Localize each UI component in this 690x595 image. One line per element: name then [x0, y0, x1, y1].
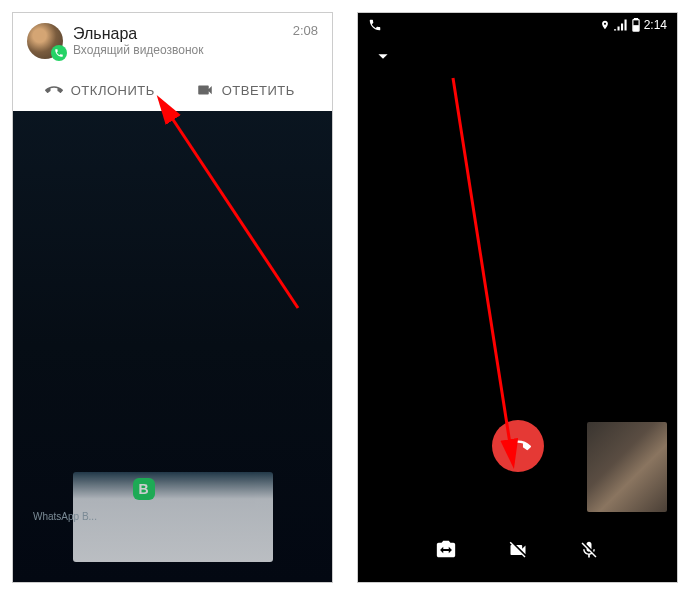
toggle-video-button[interactable]	[504, 536, 532, 564]
notification-header: Эльнара Входящий видеозвонок 2:08	[27, 23, 318, 59]
phone-right-active-call: 2:14	[357, 12, 678, 583]
signal-icon	[614, 19, 628, 31]
notification-actions: ОТКЛОНИТЬ ОТВЕТИТЬ	[27, 69, 318, 111]
caller-avatar	[27, 23, 63, 59]
answer-button[interactable]: ОТВЕТИТЬ	[173, 69, 319, 111]
whatsapp-badge-icon	[51, 45, 67, 61]
svg-rect-4	[633, 26, 638, 31]
svg-rect-3	[634, 18, 637, 20]
camera-switch-icon	[435, 539, 457, 561]
decline-button[interactable]: ОТКЛОНИТЬ	[27, 69, 173, 111]
caller-name: Эльнара	[73, 25, 283, 43]
status-time: 2:14	[644, 18, 667, 32]
toggle-mic-button[interactable]	[575, 536, 603, 564]
background-app-preview: B	[73, 472, 273, 562]
status-left	[368, 18, 382, 32]
notification-time: 2:08	[293, 23, 318, 38]
annotation-arrow-icon	[443, 68, 593, 478]
self-video-preview[interactable]	[587, 422, 667, 512]
chevron-down-icon	[372, 45, 394, 67]
decline-label: ОТКЛОНИТЬ	[71, 83, 155, 98]
call-controls	[358, 536, 677, 564]
answer-label: ОТВЕТИТЬ	[222, 83, 295, 98]
svg-line-6	[453, 78, 513, 463]
call-type-label: Входящий видеозвонок	[73, 43, 283, 57]
minimize-call-button[interactable]	[358, 37, 677, 80]
status-right: 2:14	[600, 18, 667, 32]
switch-camera-button[interactable]	[432, 536, 460, 564]
notification-text: Эльнара Входящий видеозвонок	[73, 25, 283, 57]
phone-hangup-icon	[45, 81, 63, 99]
end-call-button[interactable]	[492, 420, 544, 472]
battery-icon	[632, 18, 640, 32]
end-call-icon	[505, 433, 531, 459]
status-bar: 2:14	[358, 13, 677, 37]
incoming-call-notification: Эльнара Входящий видеозвонок 2:08 ОТКЛОН…	[13, 13, 332, 111]
location-icon	[600, 18, 610, 32]
video-icon	[196, 83, 214, 97]
phone-icon	[368, 18, 382, 32]
mic-off-icon	[579, 539, 599, 561]
phone-left-incoming-call: B WhatsApp B... Эльнара Входящий видеозв…	[12, 12, 333, 583]
whatsapp-business-badge-icon: B	[133, 478, 155, 500]
phone-dim-overlay: B WhatsApp B...	[13, 108, 332, 582]
video-off-icon	[506, 540, 530, 560]
background-app-label: WhatsApp B...	[33, 511, 97, 522]
